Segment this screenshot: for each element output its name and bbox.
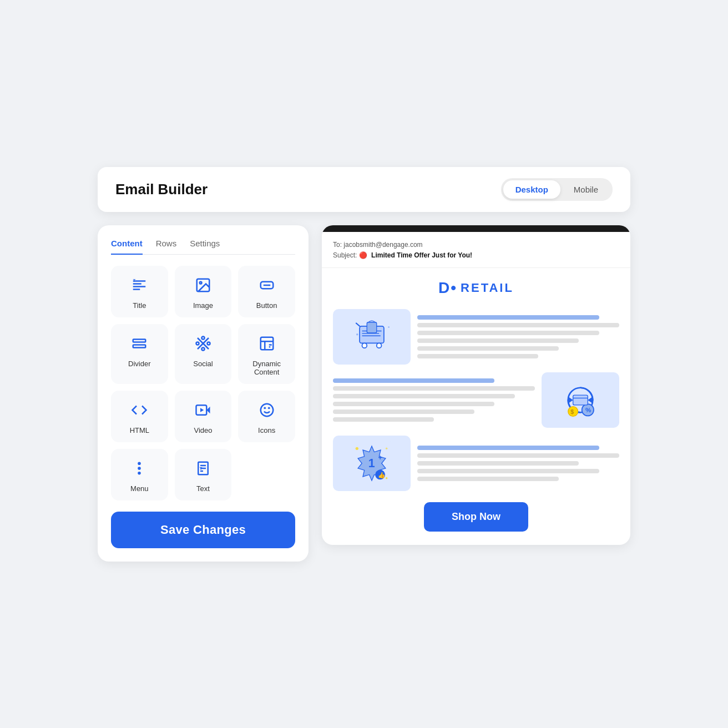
svg-text:%: % <box>585 407 591 413</box>
social-label: Social <box>193 360 213 368</box>
tab-settings[interactable]: Settings <box>190 239 220 255</box>
line <box>333 402 494 406</box>
email-row-1 <box>333 309 619 365</box>
dynamic-content-icon <box>259 335 275 354</box>
text-label: Text <box>196 484 210 493</box>
content-grid: T Title Image <box>111 266 295 501</box>
svg-text:+: + <box>378 453 382 461</box>
tab-content[interactable]: Content <box>111 239 143 255</box>
line <box>333 394 515 398</box>
grid-item-social[interactable]: Social <box>175 324 232 384</box>
svg-text:1: 1 <box>368 457 375 470</box>
image-label: Image <box>193 301 213 310</box>
svg-point-16 <box>207 342 210 345</box>
top-bar: Email Builder Desktop Mobile <box>98 167 630 212</box>
line <box>417 338 579 343</box>
svg-point-43 <box>377 343 382 348</box>
svg-rect-11 <box>133 345 146 347</box>
svg-point-30 <box>139 467 140 469</box>
cart-svg <box>347 317 397 356</box>
svg-point-6 <box>200 281 202 284</box>
svg-point-46 <box>388 326 390 328</box>
svg-point-63 <box>386 447 388 449</box>
title-icon: T <box>131 277 148 296</box>
email-top-bar <box>322 225 630 232</box>
main-area: Content Rows Settings T <box>98 225 630 562</box>
svg-marker-25 <box>200 408 204 412</box>
line <box>417 331 599 335</box>
tab-rows[interactable]: Rows <box>156 239 177 255</box>
grid-item-divider[interactable]: Divider <box>111 324 168 384</box>
email-subject-line: Subject: 🔴 Limited Time Offer Just for Y… <box>333 251 619 259</box>
line <box>417 354 538 358</box>
line <box>417 346 559 351</box>
grid-item-dynamic-content[interactable]: Dynamic Content <box>238 324 295 384</box>
email-to-line: To: jacobsmith@dengage.com <box>333 241 619 249</box>
grid-item-button[interactable]: Button <box>238 266 295 317</box>
grid-item-html[interactable]: HTML <box>111 391 168 442</box>
shop-now-wrapper: Shop Now <box>333 499 619 534</box>
svg-text:T: T <box>133 277 136 282</box>
menu-label: Menu <box>130 484 149 493</box>
cart-image-box <box>333 309 411 365</box>
line <box>417 446 599 450</box>
email-preview-panel: To: jacobsmith@dengage.com Subject: 🔴 Li… <box>322 225 630 545</box>
svg-text:T: T <box>200 466 203 471</box>
svg-point-45 <box>356 333 358 335</box>
line <box>417 477 559 481</box>
video-label: Video <box>194 426 212 434</box>
grid-item-menu[interactable]: Menu <box>111 449 168 501</box>
panel-tabs: Content Rows Settings <box>111 239 295 255</box>
svg-rect-44 <box>367 322 377 332</box>
line <box>417 453 619 458</box>
email-body: D• RETAIL <box>322 268 630 545</box>
discount-svg: % $ <box>558 378 603 422</box>
svg-point-26 <box>260 403 273 416</box>
svg-rect-52 <box>573 395 588 405</box>
grid-item-icons[interactable]: Icons <box>238 391 295 442</box>
mobile-toggle-button[interactable]: Mobile <box>562 180 610 199</box>
discount-image-box: % $ <box>542 372 619 428</box>
desktop-toggle-button[interactable]: Desktop <box>503 180 560 199</box>
svg-text:$: $ <box>570 408 574 414</box>
svg-point-62 <box>386 477 388 479</box>
email-subject-text: Limited Time Offer Just for You! <box>371 251 472 259</box>
svg-text:👍: 👍 <box>378 471 386 478</box>
app-title: Email Builder <box>115 181 208 198</box>
email-row-2: % $ <box>333 372 619 428</box>
icons-icon <box>259 402 275 421</box>
svg-point-29 <box>139 463 140 464</box>
line <box>333 417 434 422</box>
grid-item-title[interactable]: T Title <box>111 266 168 317</box>
button-label: Button <box>256 301 277 310</box>
grid-item-text[interactable]: T Text <box>175 449 232 501</box>
svg-rect-18 <box>260 337 273 350</box>
email-row-3: 1 + 👍 <box>333 436 619 491</box>
line <box>333 410 474 414</box>
line <box>417 323 619 327</box>
svg-point-31 <box>139 472 140 474</box>
email-header: To: jacobsmith@dengage.com Subject: 🔴 Li… <box>322 232 630 268</box>
svg-point-17 <box>201 347 204 350</box>
svg-point-14 <box>201 336 204 339</box>
icons-label: Icons <box>258 426 275 434</box>
rank-image-box: 1 + 👍 <box>333 436 411 491</box>
left-panel: Content Rows Settings T <box>98 225 309 562</box>
app-container: Email Builder Desktop Mobile Content Row… <box>98 167 630 562</box>
social-icon <box>195 335 211 354</box>
shop-now-button[interactable]: Shop Now <box>424 502 528 532</box>
email-row-3-lines <box>417 436 619 491</box>
image-icon <box>195 277 211 296</box>
line <box>417 469 599 473</box>
view-toggle: Desktop Mobile <box>501 178 613 201</box>
email-emoji: 🔴 <box>359 251 367 259</box>
title-label: Title <box>133 301 146 310</box>
save-changes-button[interactable]: Save Changes <box>111 512 295 548</box>
divider-label: Divider <box>128 360 150 368</box>
email-row-2-lines <box>333 372 535 428</box>
grid-item-image[interactable]: Image <box>175 266 232 317</box>
menu-icon <box>131 460 148 479</box>
svg-rect-10 <box>133 339 146 342</box>
grid-item-video[interactable]: Video <box>175 391 232 442</box>
svg-point-9 <box>268 284 270 286</box>
